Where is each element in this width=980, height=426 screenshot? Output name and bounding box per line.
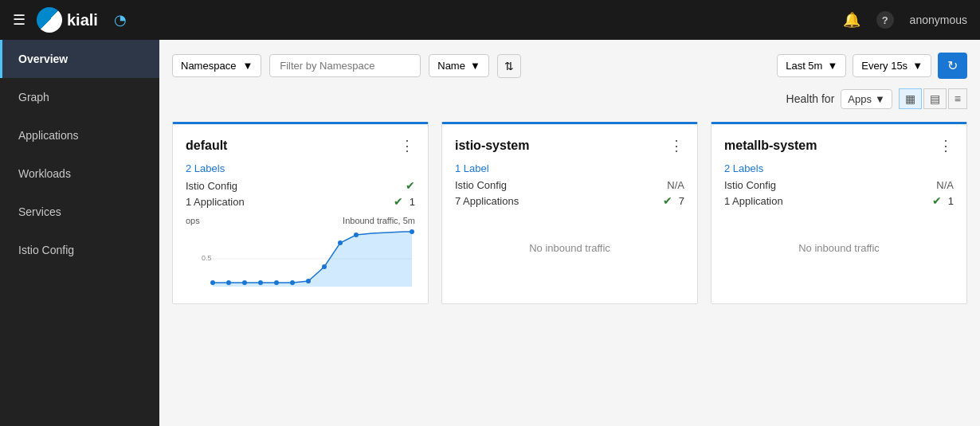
kiali-logo-icon [37, 7, 62, 33]
card-istio-config-row: Istio Config N/A [724, 179, 954, 191]
cards-row: default ⋮ 2 Labels Istio Config ✔ 1 Appl… [172, 122, 967, 304]
sort-label: Name [437, 60, 465, 72]
card-menu-button[interactable]: ⋮ [669, 137, 684, 154]
svg-point-10 [338, 240, 343, 245]
card-header: istio-system ⋮ [455, 137, 684, 154]
sort-direction-button[interactable]: ⇅ [497, 54, 521, 78]
svg-point-3 [226, 280, 231, 285]
app-count-label: 7 Applications [455, 195, 657, 207]
main-content: Namespace ▼ Name ▼ ⇅ Last 5m ▼ Every 15s… [159, 40, 980, 426]
istio-config-label: Istio Config [455, 179, 661, 191]
card-labels[interactable]: 1 Label [455, 162, 684, 174]
interval-dropdown[interactable]: Every 15s ▼ [853, 54, 931, 77]
view-toggle: ▦ ▤ ≡ [899, 88, 967, 109]
svg-point-5 [258, 280, 263, 285]
card-istio-config-row: Istio Config N/A [455, 179, 684, 191]
inbound-traffic-chart: 0.5 [186, 227, 415, 291]
loading-spinner: ◔ [114, 11, 127, 29]
sidebar-item-istio-config[interactable]: Istio Config [0, 231, 159, 269]
namespace-card-default: default ⋮ 2 Labels Istio Config ✔ 1 Appl… [172, 122, 429, 304]
sidebar: Overview Graph Applications Workloads Se… [0, 40, 159, 426]
check-icon: ✔ [663, 194, 672, 207]
card-header: default ⋮ [186, 137, 415, 154]
card-title: default [186, 139, 227, 153]
card-view-button[interactable]: ▦ [899, 88, 922, 109]
sidebar-item-applications[interactable]: Applications [0, 116, 159, 154]
card-labels[interactable]: 2 Labels [186, 162, 415, 174]
kiali-logo-text: kiali [67, 11, 98, 29]
card-istio-config-row: Istio Config ✔ [186, 179, 415, 192]
check-icon: ✔ [406, 179, 415, 192]
card-app-count-row: 1 Application ✔ 1 [186, 195, 415, 208]
card-title: istio-system [455, 139, 529, 153]
app-count-value: 1 [948, 195, 954, 207]
sidebar-item-services[interactable]: Services [0, 193, 159, 231]
card-app-count-row: 7 Applications ✔ 7 [455, 194, 684, 207]
namespace-card-metallb-system: metallb-system ⋮ 2 Labels Istio Config N… [711, 122, 967, 304]
chevron-down-icon: ▼ [827, 60, 837, 72]
chevron-down-icon: ▼ [242, 60, 253, 72]
list-view-button[interactable]: ≡ [948, 88, 967, 109]
svg-point-12 [410, 229, 414, 234]
topnav: ☰ kiali ◔ 🔔 ? anonymous [0, 0, 980, 40]
check-icon: ✔ [394, 195, 403, 208]
topnav-right: 🔔 ? anonymous [843, 11, 967, 29]
time-label: Last 5m [786, 60, 822, 72]
app-count-value: 7 [679, 195, 684, 207]
sidebar-item-label: Services [18, 205, 61, 218]
chevron-down-icon: ▼ [470, 60, 480, 72]
kiali-logo: kiali [37, 7, 98, 33]
sidebar-item-label: Istio Config [18, 244, 74, 256]
check-icon: ✔ [932, 194, 942, 207]
bell-icon[interactable]: 🔔 [843, 11, 860, 29]
svg-point-2 [210, 280, 215, 285]
sidebar-item-label: Applications [18, 129, 79, 142]
sidebar-item-label: Workloads [18, 167, 71, 180]
app-count-label: 1 Application [724, 195, 926, 207]
svg-point-6 [274, 280, 279, 285]
card-app-count-row: 1 Application ✔ 1 [724, 194, 954, 207]
card-menu-button[interactable]: ⋮ [400, 137, 415, 154]
chart-area: ops Inbound traffic, 5m 0.5 [186, 216, 415, 291]
svg-point-4 [242, 280, 247, 285]
no-traffic-label: No inbound traffic [724, 226, 954, 270]
card-labels[interactable]: 2 Labels [724, 162, 954, 174]
svg-point-11 [354, 233, 359, 237]
namespace-dropdown[interactable]: Namespace ▼ [172, 54, 261, 77]
time-range-dropdown[interactable]: Last 5m ▼ [777, 54, 846, 77]
svg-point-7 [290, 280, 295, 285]
toolbar-right: Last 5m ▼ Every 15s ▼ ↻ [777, 53, 967, 79]
chevron-down-icon: ▼ [875, 93, 885, 105]
namespace-label: Namespace [181, 60, 236, 72]
chart-title: Inbound traffic, 5m [343, 216, 415, 225]
interval-label: Every 15s [861, 60, 907, 72]
svg-point-9 [322, 264, 327, 269]
istio-config-value: N/A [936, 179, 954, 191]
svg-point-8 [306, 279, 311, 283]
help-icon[interactable]: ? [876, 11, 894, 29]
sidebar-item-overview[interactable]: Overview [0, 40, 159, 78]
health-apps-dropdown[interactable]: Apps ▼ [841, 89, 892, 109]
card-title: metallb-system [724, 139, 817, 153]
card-menu-button[interactable]: ⋮ [939, 137, 954, 154]
svg-text:0.5: 0.5 [202, 254, 212, 262]
card-view-alt-button[interactable]: ▤ [923, 88, 947, 109]
sidebar-item-graph[interactable]: Graph [0, 78, 159, 116]
namespace-card-istio-system: istio-system ⋮ 1 Label Istio Config N/A … [441, 122, 698, 304]
app-count-value: 1 [410, 196, 415, 208]
apps-label: Apps [848, 93, 872, 105]
sidebar-item-workloads[interactable]: Workloads [0, 154, 159, 193]
istio-config-value: N/A [667, 179, 684, 191]
ops-label: ops [186, 216, 200, 225]
sidebar-item-label: Graph [18, 91, 49, 104]
filter-input[interactable] [269, 54, 421, 77]
chevron-down-icon: ▼ [912, 60, 923, 72]
main-layout: Overview Graph Applications Workloads Se… [0, 40, 980, 426]
user-label: anonymous [910, 14, 967, 26]
sidebar-item-label: Overview [18, 53, 68, 65]
card-header: metallb-system ⋮ [724, 137, 954, 154]
refresh-button[interactable]: ↻ [938, 53, 967, 79]
sort-dropdown[interactable]: Name ▼ [429, 54, 489, 77]
hamburger-menu[interactable]: ☰ [13, 11, 25, 29]
istio-config-label: Istio Config [724, 179, 930, 191]
